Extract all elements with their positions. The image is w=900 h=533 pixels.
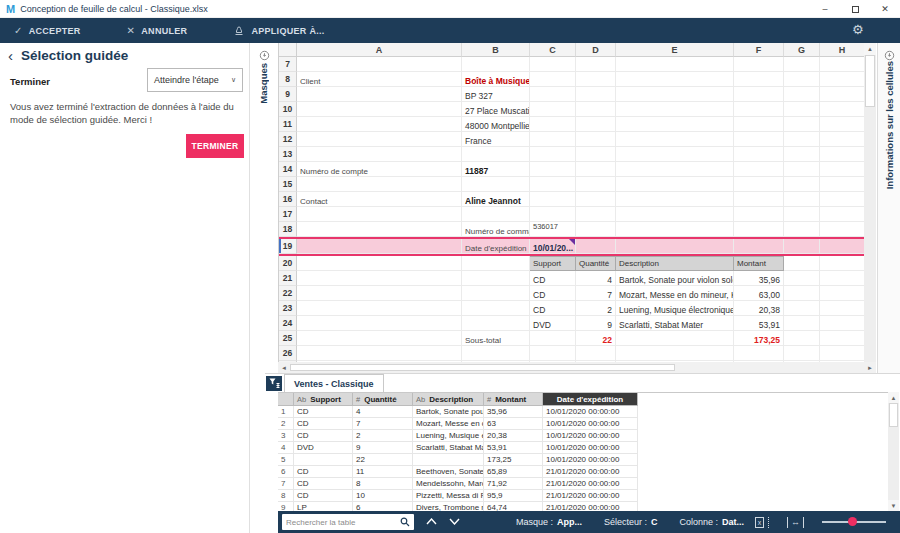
cell-E16[interactable] [616, 192, 734, 207]
cell-D8[interactable] [576, 72, 616, 87]
cell-A14[interactable]: Numéro de compte [297, 162, 462, 177]
cell-C26[interactable] [530, 346, 576, 361]
col-header-G[interactable]: G [784, 43, 820, 57]
search-input[interactable] [286, 518, 400, 527]
cell-E15[interactable] [616, 177, 734, 192]
table-cell[interactable]: 22 [353, 454, 413, 466]
cell-H19[interactable] [820, 239, 864, 254]
row-header-16[interactable]: 16 [279, 192, 297, 207]
gear-icon[interactable]: ⚙ [852, 22, 864, 37]
table-cell[interactable]: 21/01/2020 00:00:00 [543, 478, 638, 490]
cell-A19[interactable] [297, 239, 462, 254]
cell-E9[interactable] [616, 87, 734, 102]
cell-G18[interactable] [784, 222, 820, 237]
row-header-14[interactable]: 14 [279, 162, 297, 177]
colonne-status[interactable]: Colonne : Dat... [680, 517, 745, 527]
cell-B20[interactable] [462, 256, 530, 271]
cell-D9[interactable] [576, 87, 616, 102]
table-cell[interactable]: Luening, Musique éle... [413, 430, 484, 442]
table-cell[interactable]: 8 [353, 478, 413, 490]
cell-G21[interactable] [784, 271, 820, 286]
table-cell[interactable]: 6 [278, 466, 294, 478]
cell-C24[interactable]: DVD [530, 316, 576, 331]
cell-D11[interactable] [576, 117, 616, 132]
scroll-left-icon[interactable]: ◄ [278, 365, 290, 371]
table-row[interactable]: 3CD2Luening, Musique éle...20,3810/01/20… [278, 430, 888, 442]
cell-D24[interactable]: 9 [576, 316, 616, 331]
cell-B7[interactable] [462, 57, 530, 72]
table-cell[interactable]: 20,38 [484, 430, 543, 442]
cell-D23[interactable]: 2 [576, 301, 616, 316]
sheet-horizontal-scrollbar[interactable]: ◄ ► [278, 362, 876, 373]
cell-F18[interactable] [734, 222, 784, 237]
table-row[interactable]: 2CD7Mozart, Messe en do...6310/01/2020 0… [278, 418, 888, 430]
cell-A18[interactable] [297, 222, 462, 237]
pin-icon[interactable] [884, 47, 895, 58]
cell-A13[interactable] [297, 147, 462, 162]
cell-H21[interactable] [820, 271, 864, 286]
scroll-down-icon[interactable]: ▼ [888, 500, 899, 511]
row-header-7[interactable]: 7 [279, 57, 297, 72]
table-cell[interactable]: 35,96 [484, 406, 543, 418]
cell-C13[interactable] [530, 147, 576, 162]
cell-D17[interactable] [576, 207, 616, 222]
table-cell[interactable]: 10/01/2020 00:00:00 [543, 406, 638, 418]
cell-E11[interactable] [616, 117, 734, 132]
cell-E10[interactable] [616, 102, 734, 117]
cell-G12[interactable] [784, 132, 820, 147]
row-header-11[interactable]: 11 [279, 117, 297, 132]
row-header-12[interactable]: 12 [279, 132, 297, 147]
cell-H22[interactable] [820, 286, 864, 301]
cell-F19[interactable] [734, 239, 784, 254]
col-header-D[interactable]: D [576, 43, 616, 57]
row-header-24[interactable]: 24 [279, 316, 297, 331]
cell-B13[interactable] [462, 147, 530, 162]
table-funnel-icon[interactable] [266, 376, 282, 391]
cancel-button[interactable]: ✕ ANNULER [127, 25, 188, 36]
cell-G16[interactable] [784, 192, 820, 207]
cell-A15[interactable] [297, 177, 462, 192]
cell-E24[interactable]: Scarlatti, Stabat Mater [616, 316, 734, 331]
cell-C11[interactable] [530, 117, 576, 132]
cell-H15[interactable] [820, 177, 864, 192]
scroll-up-icon[interactable]: ▲ [864, 43, 876, 55]
cell-A25[interactable] [297, 331, 462, 346]
row-header-13[interactable]: 13 [279, 147, 297, 162]
cell-F24[interactable]: 53,91 [734, 316, 784, 331]
cell-F25[interactable]: 173,25 [734, 331, 784, 346]
table-cell[interactable]: Mendelssohn, March... [413, 478, 484, 490]
cell-B17[interactable] [462, 207, 530, 222]
cell-C7[interactable] [530, 57, 576, 72]
selecteur-status[interactable]: Sélecteur : C [604, 517, 658, 527]
table-cell[interactable]: 11 [353, 466, 413, 478]
scroll-thumb[interactable] [889, 403, 898, 427]
row-header-19[interactable]: 19 [279, 239, 297, 254]
cell-C23[interactable]: CD [530, 301, 576, 316]
sheet-vertical-scrollbar[interactable]: ▲ [864, 43, 876, 362]
cell-D25[interactable]: 22 [576, 331, 616, 346]
cell-B24[interactable] [462, 316, 530, 331]
table-cell[interactable]: Mozart, Messe en do... [413, 418, 484, 430]
cell-C25[interactable] [530, 331, 576, 346]
cell-C8[interactable] [530, 72, 576, 87]
table-cell[interactable]: 63 [484, 418, 543, 430]
cell-E13[interactable] [616, 147, 734, 162]
minimize-button[interactable]: – [810, 0, 840, 18]
cell-A10[interactable] [297, 102, 462, 117]
cell-D19[interactable] [576, 239, 616, 254]
table-row[interactable]: 1CD4Bartok, Sonate pour...35,9610/01/202… [278, 406, 888, 418]
cell-F13[interactable] [734, 147, 784, 162]
cell-H26[interactable] [820, 346, 864, 361]
table-col-header-Quantité[interactable]: #Quantité [353, 393, 413, 406]
cell-F15[interactable] [734, 177, 784, 192]
cell-A21[interactable] [297, 271, 462, 286]
cell-B14[interactable]: 11887 [462, 162, 530, 177]
cell-A22[interactable] [297, 286, 462, 301]
tab-cell-info[interactable]: Informations sur les cellules [884, 61, 895, 189]
cell-A24[interactable] [297, 316, 462, 331]
cell-H7[interactable] [820, 57, 864, 72]
table-cell[interactable]: 9 [353, 442, 413, 454]
cell-F26[interactable] [734, 346, 784, 361]
cell-C17[interactable] [530, 207, 576, 222]
cell-G20[interactable] [784, 256, 820, 271]
